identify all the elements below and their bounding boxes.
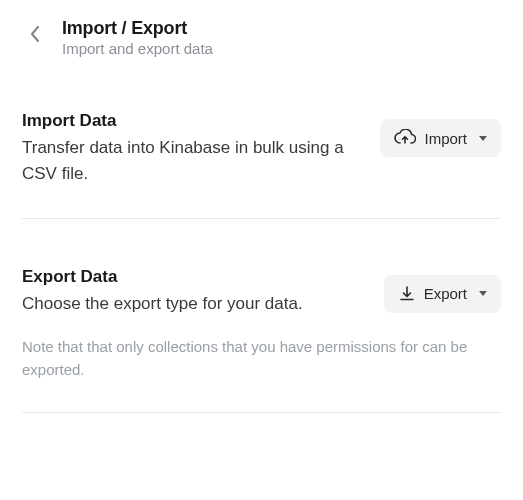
import-content: Import Data Transfer data into Kinabase … <box>22 111 362 188</box>
import-row: Import Data Transfer data into Kinabase … <box>22 111 501 188</box>
export-description: Choose the export type for your data. <box>22 291 366 317</box>
chevron-down-icon <box>479 136 487 141</box>
export-row: Export Data Choose the export type for y… <box>22 267 501 317</box>
import-button[interactable]: Import <box>380 119 501 157</box>
download-icon <box>398 285 416 303</box>
export-button[interactable]: Export <box>384 275 501 313</box>
divider <box>22 412 501 413</box>
import-description: Transfer data into Kinabase in bulk usin… <box>22 135 362 188</box>
export-section: Export Data Choose the export type for y… <box>0 267 523 382</box>
import-button-label: Import <box>424 130 467 147</box>
back-button[interactable] <box>22 21 48 47</box>
chevron-left-icon <box>29 25 41 43</box>
page-subtitle: Import and export data <box>62 40 213 57</box>
export-button-label: Export <box>424 285 467 302</box>
chevron-down-icon <box>479 291 487 296</box>
export-content: Export Data Choose the export type for y… <box>22 267 366 317</box>
cloud-upload-icon <box>394 129 416 147</box>
divider <box>22 218 501 219</box>
page-title: Import / Export <box>62 18 213 39</box>
import-title: Import Data <box>22 111 362 131</box>
page-header: Import / Export Import and export data <box>0 0 523 63</box>
header-text: Import / Export Import and export data <box>62 18 213 57</box>
export-title: Export Data <box>22 267 366 287</box>
export-note: Note that that only collections that you… <box>22 335 501 382</box>
import-section: Import Data Transfer data into Kinabase … <box>0 111 523 188</box>
